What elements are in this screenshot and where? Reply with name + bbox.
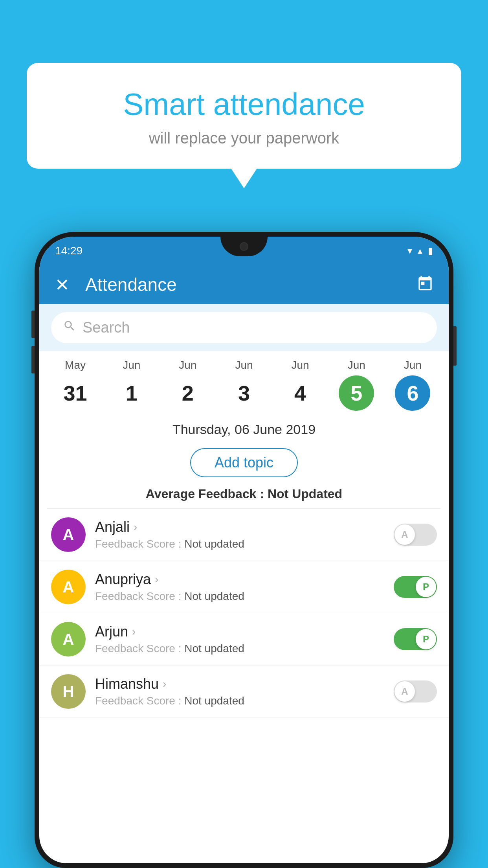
avatar-himanshu: H [51, 674, 86, 709]
battery-icon: ▮ [428, 245, 433, 256]
toggle-arjun[interactable]: P [394, 628, 437, 650]
cal-day-1[interactable]: Jun 1 [114, 359, 149, 411]
feedback-anupriya: Feedback Score : Not updated [95, 590, 384, 603]
wifi-icon: ▾ [407, 245, 412, 256]
cal-day-6[interactable]: Jun 6 [395, 359, 430, 411]
cal-date-5: 5 [339, 375, 374, 411]
avatar-anupriya: A [51, 570, 86, 604]
toggle-anupriya[interactable]: P [394, 576, 437, 598]
cal-day-0[interactable]: May 31 [58, 359, 93, 411]
avatar-anjali: A [51, 517, 86, 552]
cal-date-1: 1 [114, 375, 149, 411]
status-icons: ▾ ▴ ▮ [407, 245, 433, 256]
phone-screen: 14:29 ▾ ▴ ▮ ✕ Attendance [39, 237, 449, 863]
cal-day-2[interactable]: Jun 2 [170, 359, 205, 411]
toggle-knob-anjali: A [394, 524, 415, 545]
avg-feedback-text: Average Feedback : Not Updated [146, 487, 342, 501]
search-icon [63, 319, 76, 336]
selected-date-text: Thursday, 06 June 2019 [172, 422, 316, 437]
cal-month-1: Jun [123, 359, 140, 371]
cal-date-3: 3 [226, 375, 262, 411]
chevron-icon-anupriya: › [155, 573, 158, 586]
cal-month-6: Jun [404, 359, 422, 371]
toggle-himanshu[interactable]: A [394, 680, 437, 702]
student-name-anupriya: Anupriya › [95, 571, 384, 588]
toggle-knob-anupriya: P [416, 577, 436, 597]
chevron-icon-anjali: › [134, 521, 137, 533]
search-bar-container: Search [39, 304, 449, 351]
speech-bubble-title: Smart attendance [42, 86, 446, 122]
chevron-icon-arjun: › [132, 625, 136, 638]
toggle-anjali[interactable]: A [394, 524, 437, 546]
phone-frame: 14:29 ▾ ▴ ▮ ✕ Attendance [35, 232, 453, 868]
student-item-anjali[interactable]: A Anjali › Feedback Score : Not updated … [39, 509, 449, 561]
toggle-knob-arjun: P [416, 629, 436, 649]
feedback-anjali: Feedback Score : Not updated [95, 538, 384, 550]
notch [220, 237, 268, 256]
student-item-himanshu[interactable]: H Himanshu › Feedback Score : Not update… [39, 666, 449, 718]
cal-month-3: Jun [235, 359, 253, 371]
cal-day-5[interactable]: Jun 5 [339, 359, 374, 411]
student-info-arjun: Arjun › Feedback Score : Not updated [95, 623, 384, 655]
cal-date-4: 4 [283, 375, 318, 411]
calendar-strip: May 31 Jun 1 Jun 2 Jun 3 Jun 4 Jun 5 [39, 351, 449, 411]
student-item-anupriya[interactable]: A Anupriya › Feedback Score : Not update… [39, 561, 449, 613]
header-title: Attendance [85, 274, 417, 295]
calendar-icon[interactable] [417, 275, 433, 294]
avatar-arjun: A [51, 622, 86, 657]
cal-month-5: Jun [348, 359, 365, 371]
camera [240, 242, 248, 251]
speech-bubble: Smart attendance will replace your paper… [27, 63, 461, 169]
power-button [453, 326, 457, 366]
cal-day-4[interactable]: Jun 4 [283, 359, 318, 411]
search-placeholder: Search [83, 319, 130, 336]
student-name-arjun: Arjun › [95, 623, 384, 640]
feedback-arjun: Feedback Score : Not updated [95, 642, 384, 655]
student-name-anjali: Anjali › [95, 519, 384, 535]
student-info-anupriya: Anupriya › Feedback Score : Not updated [95, 571, 384, 603]
toggle-knob-himanshu: A [394, 681, 415, 702]
cal-month-4: Jun [292, 359, 309, 371]
feedback-himanshu: Feedback Score : Not updated [95, 695, 384, 707]
status-time: 14:29 [55, 245, 83, 257]
date-display: Thursday, 06 June 2019 [39, 411, 449, 443]
cal-date-2: 2 [170, 375, 205, 411]
add-topic-container: Add topic [39, 443, 449, 483]
avg-feedback: Average Feedback : Not Updated [39, 483, 449, 508]
search-bar[interactable]: Search [51, 312, 437, 343]
cal-date-0: 31 [58, 375, 93, 411]
add-topic-button[interactable]: Add topic [190, 448, 298, 477]
volume-down-button [31, 346, 35, 373]
cal-day-3[interactable]: Jun 3 [226, 359, 262, 411]
app-header: ✕ Attendance [39, 265, 449, 304]
chevron-icon-himanshu: › [163, 678, 166, 690]
student-item-arjun[interactable]: A Arjun › Feedback Score : Not updated P [39, 613, 449, 666]
student-name-himanshu: Himanshu › [95, 676, 384, 692]
cal-month-0: May [65, 359, 86, 371]
status-bar: 14:29 ▾ ▴ ▮ [39, 237, 449, 265]
student-info-himanshu: Himanshu › Feedback Score : Not updated [95, 676, 384, 707]
signal-icon: ▴ [418, 245, 422, 256]
student-list: A Anjali › Feedback Score : Not updated … [39, 509, 449, 718]
close-button[interactable]: ✕ [55, 275, 70, 295]
speech-bubble-container: Smart attendance will replace your paper… [27, 63, 461, 169]
cal-date-6: 6 [395, 375, 430, 411]
speech-bubble-subtitle: will replace your paperwork [42, 129, 446, 147]
cal-month-2: Jun [179, 359, 196, 371]
student-info-anjali: Anjali › Feedback Score : Not updated [95, 519, 384, 550]
volume-up-button [31, 311, 35, 338]
